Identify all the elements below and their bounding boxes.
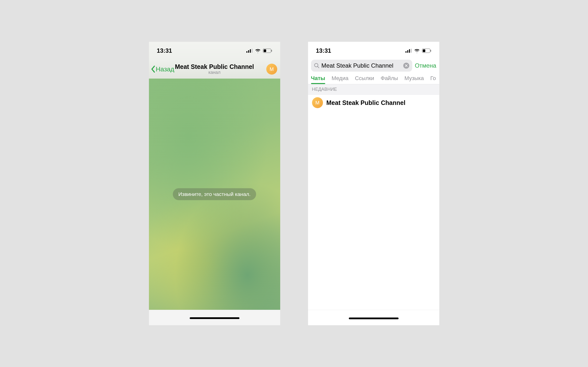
battery-icon (263, 48, 272, 53)
tab-media[interactable]: Медиа (332, 74, 349, 84)
back-button[interactable]: Назад (151, 65, 175, 73)
chat-background: Извините, это частный канал. (149, 79, 280, 310)
wifi-icon (414, 48, 420, 53)
wifi-icon (255, 48, 261, 53)
svg-rect-5 (264, 49, 266, 52)
close-icon (405, 64, 408, 67)
svg-rect-7 (406, 51, 407, 53)
svg-rect-10 (411, 49, 412, 53)
channel-header: Назад Meat Steak Public Channel канал M (149, 60, 280, 79)
avatar-letter: M (270, 66, 274, 72)
svg-rect-0 (246, 51, 247, 53)
svg-rect-3 (252, 49, 253, 53)
cellular-icon (406, 49, 412, 53)
home-indicator[interactable] (349, 318, 399, 319)
search-tabs: Чаты Медиа Ссылки Файлы Музыка Го (308, 74, 439, 84)
svg-rect-6 (271, 50, 272, 52)
back-label: Назад (156, 65, 175, 73)
clear-search-button[interactable] (403, 63, 409, 69)
svg-rect-8 (407, 50, 408, 53)
battery-icon (422, 48, 431, 53)
private-channel-notice: Извините, это частный канал. (173, 188, 256, 200)
bottom-bar (149, 310, 280, 325)
bottom-bar (308, 310, 439, 325)
empty-area (308, 111, 439, 310)
result-avatar: M (312, 97, 323, 108)
home-indicator[interactable] (190, 317, 239, 319)
search-field[interactable] (311, 60, 412, 72)
section-recent-header: НЕДАВНИЕ (308, 84, 439, 95)
phone-search-view: 13:31 Отмена Чаты Медиа Ссылки Файлы Муз… (308, 42, 439, 325)
svg-rect-13 (430, 50, 431, 52)
tab-voice[interactable]: Го (430, 74, 436, 84)
status-time: 13:31 (157, 47, 172, 54)
svg-rect-12 (423, 49, 425, 52)
svg-rect-2 (250, 49, 251, 53)
phone-channel-view: 13:31 Назад Meat Steak Public Channel ка… (149, 42, 280, 325)
channel-avatar[interactable]: M (266, 64, 277, 75)
cellular-icon (246, 49, 253, 53)
tab-chats[interactable]: Чаты (311, 74, 325, 84)
status-bar: 13:31 (149, 42, 280, 60)
search-input[interactable] (321, 62, 402, 69)
result-name: Meat Steak Public Channel (326, 99, 406, 106)
tab-files[interactable]: Файлы (381, 74, 398, 84)
search-icon (314, 63, 319, 68)
svg-line-15 (317, 67, 319, 68)
tab-links[interactable]: Ссылки (355, 74, 374, 84)
status-indicators (246, 48, 272, 53)
svg-rect-9 (409, 49, 410, 53)
status-time: 13:31 (316, 47, 331, 54)
avatar-letter: M (315, 100, 319, 106)
status-bar: 13:31 (308, 42, 439, 60)
search-result-item[interactable]: M Meat Steak Public Channel (308, 95, 439, 111)
svg-rect-1 (248, 50, 249, 53)
tab-music[interactable]: Музыка (405, 74, 424, 84)
status-indicators (406, 48, 431, 53)
search-row: Отмена (308, 60, 439, 74)
chevron-left-icon (151, 66, 155, 73)
cancel-button[interactable]: Отмена (415, 62, 436, 69)
